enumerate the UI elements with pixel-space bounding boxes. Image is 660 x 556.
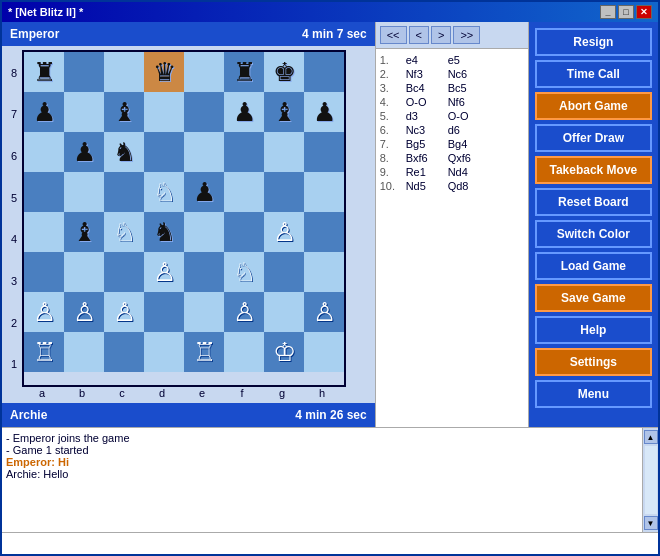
takeback-move-button[interactable]: Takeback Move (535, 156, 652, 184)
abort-game-button[interactable]: Abort Game (535, 92, 652, 120)
resign-button[interactable]: Resign (535, 28, 652, 56)
chat-input[interactable] (2, 533, 658, 554)
board-cell[interactable] (224, 132, 264, 172)
board-cell[interactable] (24, 172, 64, 212)
board-cell[interactable] (224, 332, 264, 372)
board-cell[interactable] (304, 132, 344, 172)
board-cell[interactable] (144, 132, 184, 172)
time-call-button[interactable]: Time Call (535, 60, 652, 88)
move-black[interactable]: Bc5 (448, 82, 488, 94)
move-black[interactable]: Qxf6 (448, 152, 488, 164)
board-cell[interactable] (304, 332, 344, 372)
move-white[interactable]: Bc4 (406, 82, 446, 94)
move-white[interactable]: Re1 (406, 166, 446, 178)
board-cell[interactable]: ♜ (224, 52, 264, 92)
board-cell[interactable]: ♞ (144, 212, 184, 252)
maximize-button[interactable]: □ (618, 5, 634, 19)
board-cell[interactable]: ♙ (304, 292, 344, 332)
move-white[interactable]: d3 (406, 110, 446, 122)
board-cell[interactable] (144, 332, 184, 372)
board-cell[interactable]: ♟ (224, 92, 264, 132)
board-cell[interactable] (184, 212, 224, 252)
board-cell[interactable]: ♚ (264, 52, 304, 92)
move-white[interactable]: Nc3 (406, 124, 446, 136)
move-white[interactable]: e4 (406, 54, 446, 66)
board-cell[interactable]: ♝ (64, 212, 104, 252)
offer-draw-button[interactable]: Offer Draw (535, 124, 652, 152)
move-black[interactable]: O-O (448, 110, 488, 122)
board-cell[interactable]: ♘ (144, 172, 184, 212)
board-cell[interactable]: ♞ (104, 132, 144, 172)
move-white[interactable]: Bg5 (406, 138, 446, 150)
board-cell[interactable] (224, 212, 264, 252)
board-cell[interactable] (184, 92, 224, 132)
minimize-button[interactable]: _ (600, 5, 616, 19)
move-white[interactable]: Nd5 (406, 180, 446, 192)
board-cell[interactable] (24, 132, 64, 172)
board-cell[interactable] (64, 252, 104, 292)
board-cell[interactable] (104, 172, 144, 212)
move-black[interactable]: Bg4 (448, 138, 488, 150)
board-cell[interactable] (264, 172, 304, 212)
board-cell[interactable]: ♟ (24, 92, 64, 132)
board-cell[interactable]: ♘ (104, 212, 144, 252)
board-cell[interactable] (64, 172, 104, 212)
help-button[interactable]: Help (535, 316, 652, 344)
board-cell[interactable]: ♟ (304, 92, 344, 132)
chess-board[interactable]: ♜♛♜♚♟♝♟♝♟♟♞♘♟♝♘♞♙♙♘♙♙♙♙♙♖♖♔ (22, 50, 346, 387)
nav-prev-button[interactable]: < (409, 26, 429, 44)
save-game-button[interactable]: Save Game (535, 284, 652, 312)
board-cell[interactable] (64, 332, 104, 372)
board-cell[interactable]: ♘ (224, 252, 264, 292)
move-black[interactable]: e5 (448, 54, 488, 66)
board-cell[interactable] (184, 52, 224, 92)
move-white[interactable]: Bxf6 (406, 152, 446, 164)
board-cell[interactable] (64, 52, 104, 92)
nav-next-button[interactable]: > (431, 26, 451, 44)
board-cell[interactable] (304, 52, 344, 92)
board-cell[interactable] (144, 92, 184, 132)
board-cell[interactable] (64, 92, 104, 132)
board-cell[interactable]: ♔ (264, 332, 304, 372)
board-cell[interactable] (104, 252, 144, 292)
board-cell[interactable]: ♙ (104, 292, 144, 332)
move-black[interactable]: Qd8 (448, 180, 488, 192)
board-cell[interactable]: ♙ (224, 292, 264, 332)
board-cell[interactable] (264, 292, 304, 332)
move-black[interactable]: d6 (448, 124, 488, 136)
reset-board-button[interactable]: Reset Board (535, 188, 652, 216)
board-cell[interactable]: ♖ (24, 332, 64, 372)
move-black[interactable]: Nc6 (448, 68, 488, 80)
board-cell[interactable]: ♙ (144, 252, 184, 292)
board-cell[interactable]: ♝ (264, 92, 304, 132)
board-cell[interactable] (304, 252, 344, 292)
board-cell[interactable]: ♙ (264, 212, 304, 252)
board-cell[interactable]: ♖ (184, 332, 224, 372)
board-cell[interactable] (184, 292, 224, 332)
nav-first-button[interactable]: << (380, 26, 407, 44)
board-cell[interactable]: ♙ (24, 292, 64, 332)
settings-button[interactable]: Settings (535, 348, 652, 376)
move-white[interactable]: O-O (406, 96, 446, 108)
board-cell[interactable] (144, 292, 184, 332)
board-cell[interactable] (184, 132, 224, 172)
board-cell[interactable] (264, 252, 304, 292)
close-button[interactable]: ✕ (636, 5, 652, 19)
board-cell[interactable]: ♟ (64, 132, 104, 172)
move-black[interactable]: Nf6 (448, 96, 488, 108)
board-cell[interactable]: ♛ (144, 52, 184, 92)
board-cell[interactable] (24, 252, 64, 292)
scroll-up-button[interactable]: ▲ (644, 430, 658, 444)
move-black[interactable]: Nd4 (448, 166, 488, 178)
board-cell[interactable] (184, 252, 224, 292)
board-cell[interactable] (104, 332, 144, 372)
board-cell[interactable] (304, 172, 344, 212)
move-white[interactable]: Nf3 (406, 68, 446, 80)
menu-button[interactable]: Menu (535, 380, 652, 408)
board-cell[interactable] (24, 212, 64, 252)
nav-last-button[interactable]: >> (453, 26, 480, 44)
board-cell[interactable]: ♟ (184, 172, 224, 212)
board-cell[interactable]: ♙ (64, 292, 104, 332)
board-cell[interactable] (304, 212, 344, 252)
board-cell[interactable] (264, 132, 304, 172)
